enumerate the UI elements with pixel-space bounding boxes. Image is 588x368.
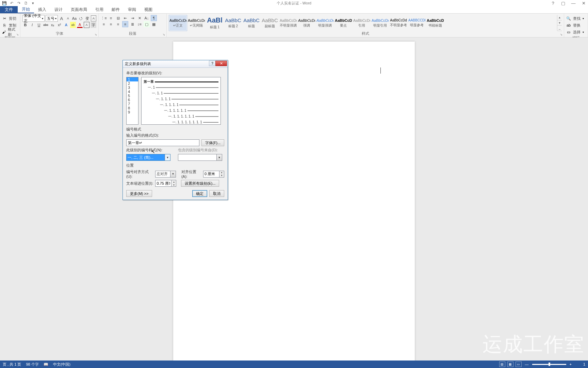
style-item-2[interactable]: AaBl标题 1	[206, 15, 224, 31]
number-style-combo[interactable]: 一, 二, 三 (简)... ▼	[126, 154, 170, 161]
styles-gallery[interactable]: AaBbCcDd↵正文AaBbCcDd↵无间隔AaBl标题 1AaBbC标题 2…	[169, 15, 557, 31]
level-option-5[interactable]: 5	[127, 94, 138, 98]
tab-design[interactable]: 设计	[50, 6, 67, 13]
styles-launcher[interactable]: ↘	[559, 33, 563, 36]
numbering-button[interactable]: ≡	[108, 15, 114, 21]
subscript-button[interactable]: x₂	[50, 22, 55, 28]
dialog-close-button[interactable]: ✕	[215, 61, 227, 66]
distribute-button[interactable]: ≣	[129, 21, 135, 27]
tab-review[interactable]: 审阅	[124, 6, 140, 13]
level-option-6[interactable]: 6	[127, 98, 138, 102]
text-effects-button[interactable]: A	[63, 22, 69, 28]
style-item-11[interactable]: AaBbCcDd明显引用	[371, 15, 389, 31]
phonetic-button[interactable]: 变	[84, 15, 90, 21]
print-view-button[interactable]: ▦	[507, 362, 513, 367]
include-level-combo[interactable]: ▼	[178, 154, 222, 161]
spin-down[interactable]: ▼	[172, 183, 176, 186]
superscript-button[interactable]: x²	[56, 22, 62, 28]
gallery-more-button[interactable]: ⎯	[557, 26, 562, 31]
save-button[interactable]: 💾	[2, 0, 7, 6]
style-item-3[interactable]: AaBbC标题 2	[224, 15, 242, 31]
gallery-up-button[interactable]: ▲	[557, 15, 562, 20]
style-item-9[interactable]: AaBbCcDd要点	[334, 15, 353, 31]
new-doc-button[interactable]: 🗋	[23, 0, 29, 6]
zoom-out-button[interactable]: —	[525, 362, 529, 366]
style-item-4[interactable]: AaBbC标题	[242, 15, 261, 31]
word-count[interactable]: 98 个字	[26, 362, 38, 367]
grow-font-button[interactable]: A	[59, 15, 64, 21]
set-all-levels-button[interactable]: 设置所有级别(E)...	[181, 180, 219, 187]
align-left-button[interactable]: ≡	[101, 21, 107, 27]
level-listbox[interactable]: 123456789	[126, 77, 138, 125]
align-at-input[interactable]	[203, 171, 219, 178]
underline-button[interactable]: U	[36, 22, 42, 28]
highlight-button[interactable]: ab	[70, 22, 76, 28]
align-right-button[interactable]: ≡	[115, 21, 121, 27]
zoom-in-button[interactable]: +	[570, 362, 572, 366]
format-input[interactable]	[126, 139, 199, 146]
bold-button[interactable]: B	[22, 22, 28, 28]
qat-customize-button[interactable]: ▾	[30, 0, 36, 6]
level-option-9[interactable]: 9	[127, 110, 138, 114]
read-view-button[interactable]: ▤	[499, 362, 505, 367]
borders-button[interactable]: ▦	[151, 21, 157, 27]
change-case-button[interactable]: Aa	[72, 15, 77, 21]
level-option-4[interactable]: 4	[127, 90, 138, 94]
style-item-0[interactable]: AaBbCcDd↵正文	[169, 15, 187, 31]
select-button[interactable]: 选择	[572, 29, 582, 35]
indent-spinner[interactable]: ▲▼	[155, 180, 176, 187]
help-button[interactable]: ?	[550, 0, 556, 6]
level-option-7[interactable]: 7	[127, 102, 138, 106]
minimize-button[interactable]: —	[571, 0, 576, 6]
style-item-7[interactable]: AaBbCcDd强调	[297, 15, 316, 31]
find-button[interactable]: 查找	[572, 15, 582, 22]
style-item-8[interactable]: AaBbCcDd明显强调	[316, 15, 334, 31]
web-view-button[interactable]: ▭	[516, 362, 522, 367]
italic-button[interactable]: I	[29, 22, 35, 28]
tab-home[interactable]: 开始	[18, 6, 34, 13]
zoom-value[interactable]: 1	[575, 362, 585, 366]
font-family-combo[interactable]: 宋体 (中文正▾	[22, 15, 45, 22]
font-launcher[interactable]: ↘	[94, 33, 98, 36]
replace-button[interactable]: 替换	[572, 22, 582, 29]
align-center-button[interactable]: ≡	[108, 21, 114, 27]
char-border-button[interactable]: A	[84, 22, 89, 28]
font-button[interactable]: 字体(F)...	[201, 139, 224, 146]
ok-button[interactable]: 确定	[192, 190, 207, 197]
asian-layout-button[interactable]: ✕	[136, 15, 143, 21]
spin-down[interactable]: ▼	[219, 174, 224, 177]
dialog-titlebar[interactable]: 定义新多级列表 ? ✕	[123, 60, 228, 68]
more-button[interactable]: 更多(M) >>	[126, 190, 152, 197]
align-combo[interactable]: 左对齐▼	[155, 171, 176, 178]
style-item-5[interactable]: AaBbC副标题	[261, 15, 279, 31]
cut-button[interactable]: 剪切	[8, 15, 17, 22]
font-color-button[interactable]: A	[77, 22, 83, 28]
decrease-indent-button[interactable]: ⇤	[122, 15, 128, 21]
spin-up[interactable]: ▲	[172, 180, 176, 183]
dialog-help-button[interactable]: ?	[209, 61, 216, 66]
style-item-1[interactable]: AaBbCcDd↵无间隔	[187, 15, 206, 31]
level-option-3[interactable]: 3	[127, 86, 138, 90]
level-option-1[interactable]: 1	[127, 77, 138, 81]
tab-view[interactable]: 视图	[140, 6, 157, 13]
style-item-10[interactable]: AaBbCcDd引用	[353, 15, 371, 31]
strike-button[interactable]: abc	[43, 22, 49, 28]
show-marks-button[interactable]: ¶	[151, 15, 157, 21]
font-size-combo[interactable]: 五号▾	[46, 15, 58, 22]
char-shading-button[interactable]: 字	[91, 22, 96, 28]
tab-references[interactable]: 引用	[91, 6, 108, 13]
tab-layout[interactable]: 页面布局	[67, 6, 91, 13]
line-spacing-button[interactable]: ↕≡	[136, 21, 143, 27]
clear-formatting-button[interactable]: ⭯	[78, 15, 83, 21]
tab-insert[interactable]: 插入	[34, 6, 50, 13]
enclose-button[interactable]: A	[91, 15, 96, 21]
gallery-down-button[interactable]: ▼	[557, 20, 562, 26]
bullets-button[interactable]: ⋮≡	[101, 15, 107, 21]
zoom-slider[interactable]	[532, 364, 566, 365]
proofing-button[interactable]: 📖	[44, 362, 48, 367]
style-item-12[interactable]: AaBbCcDd不明显参考	[389, 15, 408, 31]
justify-button[interactable]: ≡	[122, 21, 128, 27]
page-indicator[interactable]: 页 , 共 1 页	[3, 362, 21, 367]
style-item-6[interactable]: AaBbCcDd不明显强调	[279, 15, 297, 31]
tab-mailings[interactable]: 邮件	[108, 6, 124, 13]
